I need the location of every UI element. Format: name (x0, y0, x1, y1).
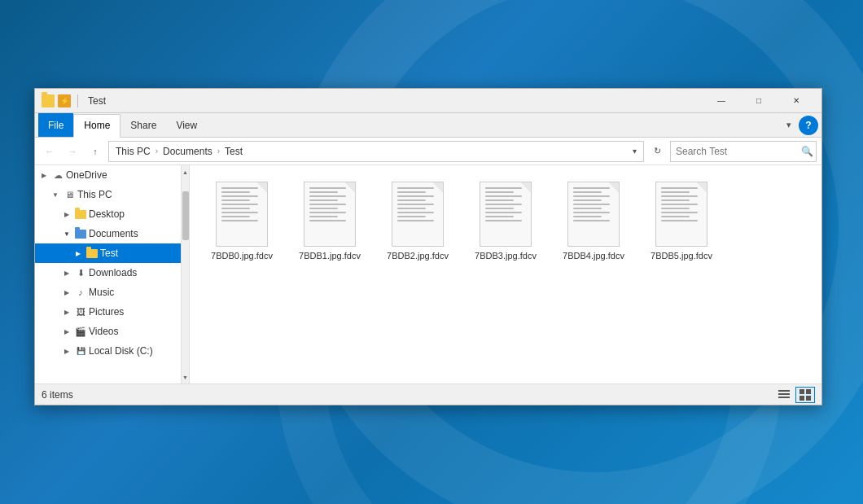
file-line (309, 216, 338, 217)
sidebar-item-test[interactable]: ▶ Test (35, 243, 181, 263)
file-line (397, 208, 426, 209)
quick-access-icon: ⚡ (58, 94, 71, 107)
videos-label: Videos (89, 326, 118, 337)
file-item-0[interactable]: 7BDB0.jpg.fdcv (201, 177, 283, 266)
file-line (573, 187, 610, 189)
expand-music[interactable]: ▶ (61, 287, 72, 298)
sidebar-item-thispc[interactable]: ▼ 🖥 This PC (35, 185, 181, 204)
title-bar-icons: ⚡ (42, 94, 81, 107)
hdd-icon: 💾 (74, 344, 87, 357)
file-line (485, 212, 522, 213)
scroll-up-arrow[interactable]: ▲ (182, 165, 190, 178)
breadcrumb-documents[interactable]: Documents (163, 146, 212, 157)
file-item-3[interactable]: 7BDB3.jpg.fdcv (465, 177, 546, 266)
tab-share[interactable]: Share (120, 113, 166, 137)
file-line (485, 199, 514, 201)
file-line (221, 199, 250, 201)
close-button[interactable]: ✕ (778, 89, 815, 113)
sidebar-item-downloads[interactable]: ▶ ⬇ Downloads (35, 263, 181, 283)
file-item-1[interactable]: 7BDB1.jpg.fdcv (289, 177, 370, 266)
sidebar-item-onedrive[interactable]: ▶ ☁ OneDrive (35, 165, 181, 185)
address-bar[interactable]: This PC › Documents › Test ▾ (108, 141, 644, 162)
sidebar-item-videos[interactable]: ▶ 🎬 Videos (35, 322, 181, 341)
status-bar: 6 items (35, 383, 821, 405)
file-line (573, 216, 602, 217)
minimize-button[interactable]: — (703, 89, 740, 113)
file-line (485, 191, 514, 193)
desktop-folder-icon (74, 208, 87, 221)
svg-rect-4 (806, 389, 811, 394)
file-line (661, 220, 698, 221)
expand-pictures[interactable]: ▶ (61, 306, 72, 318)
file-line (309, 195, 346, 197)
help-button[interactable]: ? (799, 116, 818, 135)
tab-file[interactable]: File (38, 113, 73, 137)
svg-rect-5 (799, 396, 804, 401)
forward-button[interactable]: → (63, 142, 82, 161)
file-line (309, 191, 338, 193)
details-view-button[interactable] (774, 387, 794, 403)
breadcrumb-sep-1: › (156, 147, 158, 156)
test-folder-icon (85, 247, 99, 260)
expand-localdisk[interactable]: ▶ (61, 345, 72, 357)
file-item-2[interactable]: 7BDB2.jpg.fdcv (377, 177, 458, 266)
breadcrumb-thispc[interactable]: This PC (116, 146, 151, 157)
file-line (661, 195, 698, 197)
file-line (221, 195, 258, 197)
file-corner (609, 182, 619, 192)
thispc-label: This PC (77, 189, 112, 200)
file-name: 7BDB2.jpg.fdcv (387, 250, 449, 261)
expand-downloads[interactable]: ▶ (61, 267, 72, 278)
scrollbar-thumb[interactable] (182, 191, 189, 240)
file-line (397, 199, 426, 201)
sidebar-scrollbar[interactable]: ▲ ▼ (181, 165, 189, 383)
main-area: ▶ ☁ OneDrive ▼ 🖥 This PC ▶ Desktop (35, 165, 821, 383)
file-line (221, 220, 258, 221)
scroll-down-arrow[interactable]: ▼ (182, 370, 190, 383)
ribbon-toggle[interactable]: ▾ (779, 116, 799, 135)
tab-home[interactable]: Home (73, 114, 120, 138)
expand-videos[interactable]: ▶ (61, 326, 72, 337)
documents-folder-icon (74, 227, 87, 240)
file-corner (697, 182, 707, 192)
file-line (309, 220, 346, 221)
file-thumbnail (304, 182, 356, 247)
file-line (397, 220, 434, 221)
breadcrumb-sep-2: › (217, 147, 220, 156)
expand-desktop[interactable]: ▶ (61, 208, 72, 220)
file-line (661, 208, 690, 209)
file-line (661, 204, 698, 205)
file-line (221, 208, 250, 209)
file-item-4[interactable]: 7BDB4.jpg.fdcv (553, 177, 634, 266)
file-thumbnail (392, 182, 444, 247)
file-line (661, 216, 690, 217)
sidebar-item-documents[interactable]: ▼ Documents (35, 224, 181, 243)
music-icon: ♪ (74, 286, 87, 299)
sidebar-item-music[interactable]: ▶ ♪ Music (35, 283, 181, 302)
onedrive-icon: ☁ (51, 169, 64, 182)
file-thumbnail (655, 182, 707, 247)
breadcrumb-test[interactable]: Test (225, 146, 243, 157)
file-item-5[interactable]: 7BDB5.jpg.fdcv (641, 177, 722, 266)
sidebar-item-desktop[interactable]: ▶ Desktop (35, 204, 181, 224)
file-line (485, 204, 522, 205)
expand-test[interactable]: ▶ (72, 248, 84, 259)
tab-view[interactable]: View (166, 113, 207, 137)
expand-documents[interactable]: ▼ (61, 228, 72, 239)
expand-onedrive[interactable]: ▶ (38, 169, 50, 181)
sidebar-item-pictures[interactable]: ▶ 🖼 Pictures (35, 302, 181, 322)
sidebar-item-localdisk[interactable]: ▶ 💾 Local Disk (C:) (35, 341, 181, 361)
file-line (573, 199, 602, 201)
search-box[interactable]: 🔍 (670, 141, 817, 162)
file-corner (345, 182, 355, 192)
folder-icon (42, 94, 55, 107)
refresh-button[interactable]: ↻ (647, 142, 667, 161)
up-button[interactable]: ↑ (85, 142, 105, 161)
search-input[interactable] (676, 146, 798, 157)
maximize-button[interactable]: □ (740, 89, 778, 113)
expand-thispc[interactable]: ▼ (50, 189, 61, 200)
tiles-view-button[interactable] (795, 387, 815, 403)
back-button[interactable]: ← (40, 142, 59, 161)
address-dropdown-arrow[interactable]: ▾ (633, 147, 637, 156)
file-name: 7BDB1.jpg.fdcv (299, 250, 361, 261)
